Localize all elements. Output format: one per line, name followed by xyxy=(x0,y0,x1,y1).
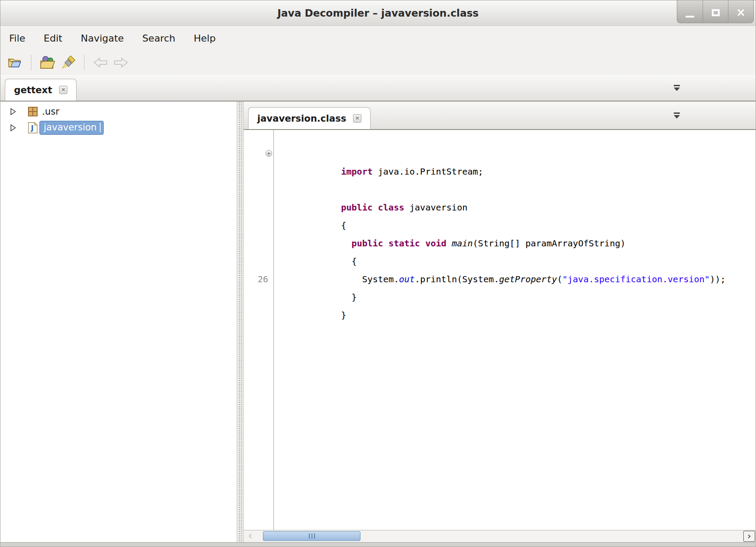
svg-text:J: J xyxy=(31,124,34,132)
maximize-button[interactable] xyxy=(703,0,728,23)
app-window: Java Decompiler – javaversion.class × Fi… xyxy=(0,0,756,547)
tab-list-triangle xyxy=(674,115,680,119)
code-line: public static void main(String[] paramAr… xyxy=(244,217,756,235)
forward-button[interactable] xyxy=(111,53,132,73)
tab-javaversion-class[interactable]: javaversion.class ✕ xyxy=(248,107,371,129)
editor-panel: javaversion.class ✕ +import java.io.Prin… xyxy=(244,102,756,542)
scroll-left-button[interactable]: ‹ xyxy=(244,530,257,542)
code-line: { xyxy=(244,235,756,252)
toolbar-separator xyxy=(84,55,84,70)
open-type-button[interactable] xyxy=(37,53,58,73)
tab-gettext[interactable]: gettext ✕ xyxy=(5,79,77,101)
menu-search[interactable]: Search xyxy=(140,31,178,46)
tab-close-icon[interactable]: ✕ xyxy=(59,86,67,94)
back-button[interactable] xyxy=(90,53,111,73)
window-controls: × xyxy=(677,0,754,23)
code-editor[interactable]: +import java.io.PrintStream; public clas… xyxy=(244,130,756,530)
code-line xyxy=(244,163,756,181)
title-bar: Java Decompiler – javaversion.class × xyxy=(0,0,756,26)
tree-item-label: javaversion xyxy=(44,122,97,133)
tab-list-icon[interactable] xyxy=(673,85,680,91)
minimize-icon xyxy=(686,16,694,18)
tree-item-usr[interactable]: .usr xyxy=(0,103,237,119)
back-arrow-icon xyxy=(92,56,108,69)
expander-icon[interactable] xyxy=(10,124,16,131)
code-line: } xyxy=(244,288,756,306)
editor-tab-strip: javaversion.class ✕ xyxy=(244,102,756,130)
code-view: +import java.io.PrintStream; public clas… xyxy=(244,130,756,306)
tab-javaversion-label: javaversion.class xyxy=(257,113,346,124)
code-line: } xyxy=(244,270,756,288)
tab-list-icon[interactable] xyxy=(673,112,680,119)
open-folder-icon xyxy=(7,56,23,69)
thumb-grip-icon xyxy=(312,533,312,539)
code-line: public class javaversion xyxy=(244,181,756,199)
thumb-grip-icon xyxy=(309,533,310,539)
close-icon: × xyxy=(736,7,746,18)
split-divider[interactable] xyxy=(237,102,244,542)
tab-gettext-label: gettext xyxy=(14,85,52,95)
thumb-grip-icon xyxy=(314,533,315,539)
maximize-icon xyxy=(712,9,720,16)
tab-list-triangle xyxy=(674,88,680,91)
window-bottom-edge xyxy=(0,542,756,547)
code-line: +import java.io.PrintStream; xyxy=(244,145,756,163)
fold-icon[interactable]: + xyxy=(266,150,272,157)
forward-arrow-icon xyxy=(113,56,129,69)
java-file-icon: J xyxy=(28,123,38,133)
split-grip-icon xyxy=(238,102,242,542)
edit-caret xyxy=(100,123,101,132)
code-line: 26 System.out.println(System.getProperty… xyxy=(244,252,756,270)
close-button[interactable]: × xyxy=(728,0,753,23)
menu-navigate[interactable]: Navigate xyxy=(78,31,126,46)
menu-help[interactable]: Help xyxy=(191,31,218,46)
toolbar-separator xyxy=(31,55,32,70)
horizontal-scrollbar[interactable]: ‹ › xyxy=(244,530,756,542)
toolbar xyxy=(0,50,756,75)
minimize-button[interactable] xyxy=(677,0,703,23)
code-line: { xyxy=(244,199,756,217)
window-title: Java Decompiler – javaversion.class xyxy=(0,0,756,26)
tree-item-label: .usr xyxy=(42,106,60,117)
menu-bar: File Edit Navigate Search Help xyxy=(0,26,756,50)
package-icon xyxy=(28,106,38,117)
open-file-button[interactable] xyxy=(5,53,26,73)
scrollbar-thumb[interactable] xyxy=(263,531,360,541)
main-content: .usr J javaversion xyxy=(0,102,756,542)
menu-edit[interactable]: Edit xyxy=(41,31,65,46)
main-tab-strip: gettext ✕ xyxy=(0,75,756,102)
scroll-right-button[interactable]: › xyxy=(743,531,755,542)
tab-list-bar xyxy=(674,85,680,86)
search-flashlight-icon xyxy=(60,55,76,70)
tab-list-bar xyxy=(674,112,680,114)
search-button[interactable] xyxy=(58,53,79,73)
menu-file[interactable]: File xyxy=(7,31,28,46)
open-type-icon xyxy=(39,56,56,70)
tree-item-javaversion[interactable]: J javaversion xyxy=(0,119,237,136)
tab-close-icon[interactable]: ✕ xyxy=(353,114,361,123)
expander-icon[interactable] xyxy=(10,108,16,115)
selected-tree-label: javaversion xyxy=(39,121,104,135)
file-tree-panel[interactable]: .usr J javaversion xyxy=(0,102,237,542)
